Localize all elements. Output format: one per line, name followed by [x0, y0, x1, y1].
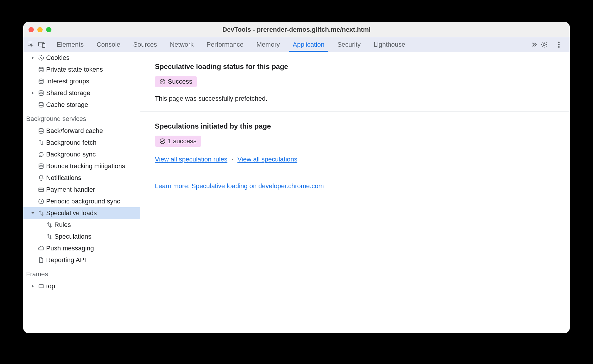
panel-tabs: ElementsConsoleSourcesNetworkPerformance… — [50, 37, 529, 52]
view-rules-link[interactable]: View all speculation rules — [155, 156, 227, 163]
sidebar-item-label: top — [46, 282, 55, 290]
sidebar-item-reporting-api[interactable]: ▸Reporting API — [23, 254, 140, 266]
main-panel: Speculative loading status for this page… — [140, 52, 570, 333]
sidebar-item-background-fetch[interactable]: ▸Background fetch — [23, 137, 140, 149]
svg-point-5 — [558, 44, 560, 45]
sidebar-item-label: Shared storage — [46, 89, 90, 97]
svg-point-8 — [40, 57, 41, 58]
sidebar-item-label: Cookies — [46, 54, 69, 62]
cookie-icon — [37, 55, 46, 61]
application-sidebar: Cookies▸Private state tokens▸Interest gr… — [23, 52, 140, 333]
svg-point-15 — [39, 164, 43, 166]
learn-more-section: Learn more: Speculative loading on devel… — [140, 172, 570, 200]
sidebar-item-label: Speculative loads — [46, 209, 97, 217]
sidebar-item-label: Background fetch — [46, 139, 96, 146]
updown-icon — [37, 139, 46, 146]
sidebar-item-back-forward-cache[interactable]: ▸Back/forward cache — [23, 125, 140, 137]
expand-arrow-icon[interactable] — [29, 56, 37, 60]
sidebar-item-label: Cache storage — [46, 101, 88, 109]
sidebar-item-rules[interactable]: ▸Rules — [23, 219, 140, 231]
svg-point-3 — [543, 43, 545, 45]
overflow-tabs-icon[interactable] — [529, 40, 539, 50]
tab-sources[interactable]: Sources — [127, 37, 163, 52]
view-speculations-link[interactable]: View all speculations — [237, 156, 297, 163]
sidebar-item-label: Payment handler — [46, 186, 95, 193]
initiated-badge: 1 success — [155, 136, 201, 147]
initiated-badge-text: 1 success — [168, 137, 197, 145]
sidebar-item-payment-handler[interactable]: ▸Payment handler — [23, 184, 140, 196]
tab-console[interactable]: Console — [90, 37, 127, 52]
updown-icon — [37, 210, 46, 216]
devtools-body: Cookies▸Private state tokens▸Interest gr… — [23, 52, 570, 333]
frame-icon — [37, 283, 46, 289]
card-icon — [37, 186, 46, 193]
expand-arrow-icon[interactable] — [29, 284, 37, 288]
sidebar-item-label: Notifications — [46, 174, 81, 182]
tab-memory[interactable]: Memory — [250, 37, 286, 52]
inspect-element-icon[interactable] — [26, 40, 36, 50]
status-badge-text: Success — [168, 78, 192, 85]
status-badge: Success — [155, 76, 197, 87]
db-icon — [37, 66, 46, 73]
more-menu-icon[interactable] — [554, 40, 564, 50]
settings-icon[interactable] — [539, 40, 549, 50]
tab-elements[interactable]: Elements — [50, 37, 90, 52]
svg-point-14 — [39, 129, 43, 130]
sidebar-item-label: Rules — [54, 221, 71, 229]
initiated-heading: Speculations initiated by this page — [155, 122, 555, 130]
device-toolbar-icon[interactable] — [37, 40, 47, 50]
tab-lighthouse[interactable]: Lighthouse — [367, 37, 412, 52]
sidebar-item-push-messaging[interactable]: ▸Push messaging — [23, 242, 140, 254]
bell-icon — [37, 175, 46, 181]
svg-point-12 — [39, 91, 43, 92]
sidebar-item-label: Background sync — [46, 151, 96, 158]
sidebar-item-private-state-tokens[interactable]: ▸Private state tokens — [23, 64, 140, 75]
svg-point-9 — [41, 58, 42, 59]
sidebar-item-background-sync[interactable]: ▸Background sync — [23, 149, 140, 160]
svg-point-11 — [39, 79, 43, 81]
sidebar-item-label: Bounce tracking mitigations — [46, 162, 125, 170]
svg-point-10 — [39, 67, 43, 69]
file-icon — [37, 257, 46, 263]
devtools-window: DevTools - prerender-demos.glitch.me/nex… — [23, 22, 570, 333]
sidebar-item-label: Push messaging — [46, 245, 94, 252]
updown-icon — [45, 222, 54, 228]
tab-network[interactable]: Network — [163, 37, 200, 52]
svg-point-6 — [558, 46, 560, 48]
sidebar-item-interest-groups[interactable]: ▸Interest groups — [23, 75, 140, 87]
tab-application[interactable]: Application — [286, 37, 331, 52]
sidebar-item-notifications[interactable]: ▸Notifications — [23, 172, 140, 184]
traffic-lights — [23, 27, 51, 32]
svg-rect-16 — [39, 188, 44, 192]
svg-rect-2 — [42, 43, 45, 48]
sidebar-item-shared-storage[interactable]: Shared storage — [23, 87, 140, 99]
section-background-services: Background services — [23, 111, 140, 125]
close-window-button[interactable] — [29, 27, 34, 32]
link-separator: · — [229, 156, 236, 163]
sidebar-item-label: Reporting API — [46, 256, 86, 264]
minimize-window-button[interactable] — [37, 27, 43, 32]
learn-more-link[interactable]: Learn more: Speculative loading on devel… — [155, 182, 324, 190]
sidebar-item-bounce-tracking-mitigations[interactable]: ▸Bounce tracking mitigations — [23, 160, 140, 172]
svg-point-13 — [39, 102, 43, 104]
sidebar-item-top[interactable]: top — [23, 280, 140, 292]
expand-arrow-icon[interactable] — [29, 211, 37, 215]
sidebar-item-cookies[interactable]: Cookies — [23, 52, 140, 64]
expand-arrow-icon[interactable] — [29, 91, 37, 95]
db-icon — [37, 78, 46, 85]
links-row: View all speculation rules · View all sp… — [155, 156, 555, 163]
db-icon — [37, 128, 46, 134]
status-text: This page was successfully prefetched. — [155, 95, 555, 102]
svg-point-7 — [39, 55, 44, 60]
sidebar-item-cache-storage[interactable]: ▸Cache storage — [23, 99, 140, 111]
sync-icon — [37, 151, 46, 158]
cloud-icon — [37, 245, 46, 252]
sidebar-item-periodic-background-sync[interactable]: ▸Periodic background sync — [23, 196, 140, 207]
sidebar-item-speculations[interactable]: ▸Speculations — [23, 231, 140, 242]
tab-performance[interactable]: Performance — [200, 37, 250, 52]
window-title: DevTools - prerender-demos.glitch.me/nex… — [23, 26, 570, 33]
updown-icon — [45, 233, 54, 240]
tab-security[interactable]: Security — [331, 37, 367, 52]
sidebar-item-speculative-loads[interactable]: Speculative loads — [23, 207, 140, 219]
maximize-window-button[interactable] — [46, 27, 51, 32]
